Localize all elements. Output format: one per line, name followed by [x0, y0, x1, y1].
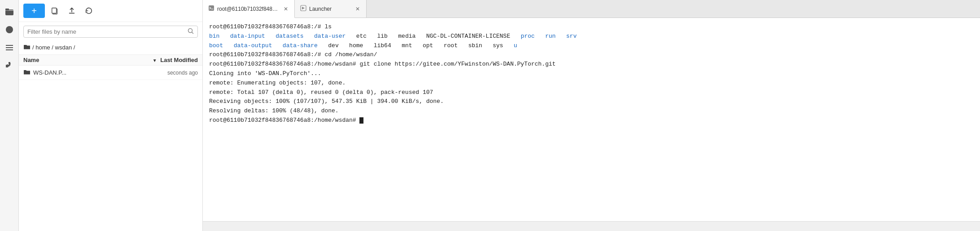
sidebar-list-icon[interactable] — [1, 40, 18, 56]
copy-button[interactable] — [48, 4, 62, 18]
main-area: root@6110b71032f848367... ✕ Launcher ✕ r… — [203, 0, 980, 231]
file-name-text: WS-DAN.P... — [33, 69, 66, 76]
sidebar-puzzle-icon[interactable] — [1, 58, 18, 74]
terminal-line: remote: Enumerating objects: 107, done. — [209, 79, 974, 88]
file-panel: + — [19, 0, 203, 231]
table-row[interactable]: WS-DAN.P... seconds ago — [19, 66, 202, 80]
svg-point-2 — [6, 26, 13, 33]
new-button[interactable]: + — [23, 4, 45, 18]
search-box — [23, 26, 198, 38]
terminal-tab-icon — [208, 5, 214, 13]
terminal-line: root@6110b71032f84836768746a8:/# cd /hom… — [209, 50, 974, 60]
terminal-line: root@6110b71032f84836768746a8:/# ls — [209, 22, 974, 32]
col-modified-header[interactable]: ▼ Last Modified — [135, 57, 198, 63]
search-icon — [188, 28, 194, 36]
col-name-header[interactable]: Name — [23, 57, 135, 63]
sidebar-folder-icon[interactable] — [1, 4, 18, 20]
terminal-line: Resolving deltas: 100% (48/48), done. — [209, 107, 974, 116]
terminal-line: remote: Total 107 (delta 0), reused 0 (d… — [209, 88, 974, 98]
breadcrumb-folder-icon — [23, 43, 31, 52]
terminal-line: Receiving objects: 100% (107/107), 547.3… — [209, 97, 974, 107]
file-table-header: Name ▼ Last Modified — [19, 54, 202, 66]
sidebar — [0, 0, 19, 231]
folder-icon-sm — [23, 68, 31, 77]
svg-rect-7 — [52, 8, 57, 13]
status-bar — [203, 221, 980, 231]
svg-rect-5 — [6, 49, 13, 50]
refresh-button[interactable] — [82, 4, 96, 18]
svg-rect-9 — [209, 5, 214, 11]
terminal-line: bin data-input datasets data-user etc li… — [209, 32, 974, 41]
launcher-tab-label: Launcher — [309, 6, 352, 12]
breadcrumb-text: / home / wsdan / — [32, 44, 75, 51]
svg-rect-1 — [5, 9, 9, 10]
terminal-line: root@6110b71032f84836768746a8:/home/wsda… — [209, 116, 974, 125]
sidebar-circle-icon[interactable] — [1, 22, 18, 38]
upload-button[interactable] — [65, 4, 79, 18]
terminal-cursor — [359, 117, 363, 124]
search-input[interactable] — [27, 28, 188, 35]
terminal-line: boot data-output data-share dev home lib… — [209, 41, 974, 51]
terminal-line: root@6110b71032f84836768746a8:/home/wsda… — [209, 60, 974, 69]
launcher-tab-close[interactable]: ✕ — [354, 5, 361, 13]
launcher-tab-icon — [300, 5, 306, 13]
svg-rect-4 — [6, 47, 13, 48]
terminal[interactable]: root@6110b71032f84836768746a8:/# lsbin d… — [203, 18, 980, 221]
terminal-tab[interactable]: root@6110b71032f848367... ✕ — [203, 0, 295, 18]
breadcrumb: / home / wsdan / — [19, 41, 202, 54]
file-modified-text: seconds ago — [135, 70, 198, 76]
tab-bar: root@6110b71032f848367... ✕ Launcher ✕ — [203, 0, 980, 18]
file-toolbar: + — [19, 0, 202, 22]
terminal-tab-close[interactable]: ✕ — [283, 5, 289, 13]
terminal-tab-label: root@6110b71032f848367... — [217, 6, 280, 12]
file-list: WS-DAN.P... seconds ago — [19, 66, 202, 80]
launcher-tab[interactable]: Launcher ✕ — [295, 0, 367, 18]
terminal-line: Cloning into 'WS-DAN.PyTorch'... — [209, 69, 974, 79]
svg-rect-3 — [6, 45, 13, 46]
